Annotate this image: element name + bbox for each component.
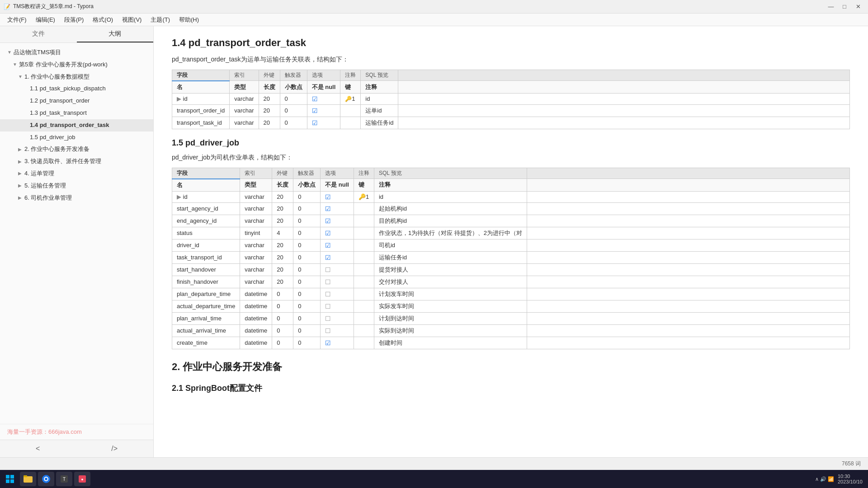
tab-fk[interactable]: 外键: [259, 70, 280, 81]
sidebar-tab-file[interactable]: 文件: [0, 26, 77, 42]
app-body: 文件 大纲 ▼ 品达物流TMS项目 ▼ 第5章 作业中心服务开发(pd-work…: [0, 26, 868, 457]
row-length: 0: [272, 337, 293, 349]
row-name: task_transport_id: [172, 251, 240, 263]
row-length: 0: [272, 324, 293, 337]
row-key: 🔑1: [340, 93, 361, 104]
row-key: [354, 312, 374, 324]
row-length: 20: [272, 215, 293, 227]
tab-fields[interactable]: 字段: [172, 70, 230, 81]
col-type: 类型: [240, 179, 272, 192]
svg-rect-2: [6, 479, 9, 483]
row-name: transport_task_id: [172, 117, 230, 129]
main-content: 1.4 pd_transport_order_task pd_transport…: [154, 26, 868, 457]
taskbar-app-2[interactable]: [38, 472, 54, 486]
sidebar-item-1-4[interactable]: 1.4 pd_transport_order_task: [0, 119, 153, 131]
taskbar-app-1[interactable]: [20, 472, 36, 486]
sidebar-item-section2[interactable]: ▶ 2. 作业中心服务开发准备: [0, 143, 153, 155]
close-button[interactable]: ✕: [852, 2, 864, 11]
sidebar-item-section5[interactable]: ▶ 5. 运输任务管理: [0, 180, 153, 192]
tab-options[interactable]: 选项: [307, 70, 340, 81]
row-notnull: ☑: [321, 337, 354, 349]
arrow-icon: ▼: [18, 73, 23, 80]
watermark: 海量一手资源：666java.com: [0, 424, 153, 440]
sidebar-item-chapter5[interactable]: ▼ 第5章 作业中心服务开发(pd-work): [0, 59, 153, 71]
sidebar-item-1-5[interactable]: 1.5 pd_driver_job: [0, 131, 153, 144]
tab-fk[interactable]: 外键: [272, 168, 293, 179]
tab-sql[interactable]: SQL 预览: [361, 70, 398, 81]
sidebar-item-1-2[interactable]: 1.2 pd_transport_order: [0, 95, 153, 107]
row-decimal: 0: [293, 276, 321, 288]
row-comment: 创建时间: [374, 337, 527, 349]
row-name: actual_departure_time: [172, 300, 240, 312]
tab-index[interactable]: 索引: [240, 168, 272, 179]
taskbar-app-4[interactable]: ●: [74, 472, 90, 486]
menu-file[interactable]: 文件(F): [4, 15, 30, 25]
row-key: [354, 337, 374, 349]
menu-theme[interactable]: 主题(T): [147, 15, 174, 25]
menu-format[interactable]: 格式(O): [89, 15, 117, 25]
sidebar-tab-outline[interactable]: 大纲: [77, 26, 154, 42]
section-2-1-title: 2.1 SpringBoot配置文件: [172, 383, 850, 394]
col-decimal: 小数点: [293, 179, 321, 192]
col-name: 名: [172, 179, 240, 192]
row-type: varchar: [240, 251, 272, 263]
back-button[interactable]: <: [32, 443, 43, 455]
row-type: datetime: [240, 337, 272, 349]
row-notnull: ☑: [307, 93, 340, 104]
menu-edit[interactable]: 编辑(E): [32, 15, 59, 25]
menu-paragraph[interactable]: 段落(P): [61, 15, 87, 25]
tab-comment[interactable]: 注释: [354, 168, 374, 179]
row-notnull: ☐: [321, 312, 354, 324]
table-row: ▶ id varchar 20 0 ☑ 🔑1 id: [172, 93, 850, 104]
sidebar-item-section6[interactable]: ▶ 6. 司机作业单管理: [0, 192, 153, 204]
row-name: transport_order_id: [172, 104, 230, 117]
row-length: 0: [272, 312, 293, 324]
tab-index[interactable]: 索引: [230, 70, 259, 81]
row-filler: [527, 324, 850, 337]
taskbar-app-3[interactable]: T: [56, 472, 72, 486]
tray-time: 10:302023/10/10: [838, 474, 863, 484]
row-decimal: 0: [293, 324, 321, 337]
tab-trigger[interactable]: 触发器: [293, 168, 321, 179]
row-type: datetime: [240, 312, 272, 324]
sidebar-item-section3[interactable]: ▶ 3. 快递员取件、派件任务管理: [0, 155, 153, 168]
table-row: end_agency_id varchar 20 0 ☑ 目的机构id: [172, 215, 850, 227]
table-1-5-wrapper: 字段 索引 外键 触发器 选项 注释 SQL 预览 名 类型 长度 小数点: [172, 168, 850, 349]
tab-comment[interactable]: 注释: [340, 70, 361, 81]
row-filler: [527, 239, 850, 251]
tab-trigger[interactable]: 触发器: [280, 70, 307, 81]
col-notnull: 不是 null: [307, 81, 340, 94]
svg-rect-0: [6, 475, 9, 479]
minimize-button[interactable]: —: [825, 2, 837, 11]
tab-options[interactable]: 选项: [321, 168, 354, 179]
svg-rect-3: [10, 479, 14, 483]
col-key: 键: [354, 179, 374, 192]
sidebar-item-root[interactable]: ▼ 品达物流TMS项目: [0, 47, 153, 59]
row-length: 20: [259, 104, 280, 117]
section-1-5-desc: pd_driver_job为司机作业单表，结构如下：: [172, 152, 850, 163]
row-name: actual_arrival_time: [172, 324, 240, 337]
row-type: varchar: [230, 117, 259, 129]
table-row: plan_arrival_time datetime 0 0 ☐ 计划到达时间: [172, 312, 850, 324]
col-name: 名: [172, 81, 230, 94]
sidebar-item-1-1[interactable]: 1.1 pd_task_pickup_dispatch: [0, 83, 153, 95]
section-1-5-title: 1.5 pd_driver_job: [172, 138, 850, 148]
row-notnull: ☐: [321, 324, 354, 337]
table-row: finish_handover varchar 20 0 ☐ 交付对接人: [172, 276, 850, 288]
row-decimal: 0: [293, 312, 321, 324]
row-comment: 运输任务id: [374, 251, 527, 263]
row-key: [354, 202, 374, 215]
sidebar-item-1-3[interactable]: 1.3 pd_task_transport: [0, 107, 153, 119]
tab-sql[interactable]: SQL 预览: [374, 168, 527, 179]
maximize-button[interactable]: □: [838, 2, 851, 11]
code-button[interactable]: />: [108, 443, 121, 455]
row-key: [354, 276, 374, 288]
sidebar-item-section4[interactable]: ▶ 4. 运单管理: [0, 168, 153, 180]
menu-view[interactable]: 视图(V): [118, 15, 145, 25]
sidebar-item-section1[interactable]: ▼ 1. 作业中心服务数据模型: [0, 71, 153, 83]
row-type: varchar: [240, 191, 272, 202]
tab-fields[interactable]: 字段: [172, 168, 240, 179]
menu-help[interactable]: 帮助(H): [175, 15, 203, 25]
row-name: driver_id: [172, 239, 240, 251]
start-button[interactable]: [2, 472, 18, 486]
